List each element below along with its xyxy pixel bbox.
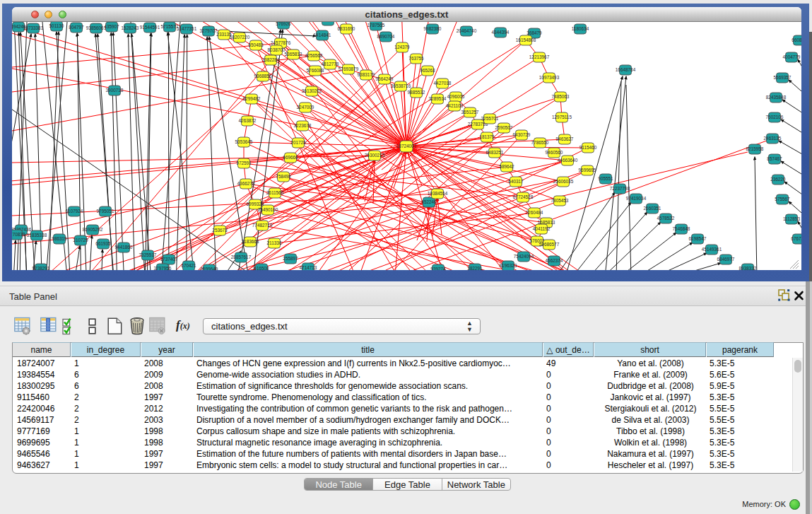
svg-text:650483: 650483 (248, 42, 264, 47)
svg-text:2611566: 2611566 (266, 190, 284, 195)
svg-text:253673: 253673 (212, 228, 228, 233)
svg-text:2463135: 2463135 (764, 136, 782, 141)
svg-text:3651257: 3651257 (461, 110, 479, 115)
svg-text:4366278: 4366278 (237, 181, 255, 186)
svg-text:9885532: 9885532 (408, 90, 425, 95)
svg-text:25490100: 25490100 (258, 207, 278, 212)
svg-text:12975115: 12975115 (552, 115, 572, 119)
svg-text:10973493: 10973493 (539, 75, 560, 80)
svg-text:589642: 589642 (499, 164, 514, 169)
svg-text:1180634: 1180634 (572, 26, 589, 31)
svg-text:67724528: 67724528 (513, 194, 534, 199)
svg-text:8490704: 8490704 (377, 34, 395, 39)
svg-text:640317: 640317 (508, 179, 524, 184)
svg-text:669666: 669666 (283, 155, 298, 160)
svg-text:68207220: 68207220 (230, 35, 250, 40)
svg-text:9115460: 9115460 (579, 145, 597, 150)
svg-text:2660351: 2660351 (644, 206, 661, 211)
svg-text:45149361: 45149361 (702, 247, 722, 252)
svg-text:9564249: 9564249 (376, 76, 394, 81)
svg-text:72237798: 72237798 (610, 186, 630, 191)
svg-text:93856061: 93856061 (86, 25, 107, 30)
svg-text:75424094: 75424094 (514, 254, 534, 259)
svg-text:9368856: 9368856 (254, 74, 272, 78)
svg-text:9463627: 9463627 (556, 136, 574, 141)
svg-text:8699649: 8699649 (201, 267, 218, 270)
svg-text:676730: 676730 (791, 236, 801, 241)
svg-text:8215958: 8215958 (746, 146, 764, 151)
svg-text:6846977: 6846977 (717, 257, 735, 262)
svg-text:181375: 181375 (479, 134, 495, 139)
svg-text:236220: 236220 (770, 177, 786, 182)
svg-text:4662374: 4662374 (546, 258, 563, 263)
svg-text:82435848: 82435848 (766, 95, 787, 100)
svg-text:7260484: 7260484 (526, 210, 543, 215)
svg-text:9383179: 9383179 (358, 72, 375, 77)
svg-text:44663640: 44663640 (558, 158, 578, 163)
svg-text:8938332: 8938332 (739, 266, 757, 270)
svg-text:4096005: 4096005 (447, 94, 465, 99)
svg-text:7546848: 7546848 (673, 226, 690, 231)
svg-text:57693879: 57693879 (339, 66, 359, 71)
svg-text:6430729: 6430729 (513, 132, 531, 137)
svg-text:3289514: 3289514 (429, 96, 447, 101)
svg-text:1414841: 1414841 (314, 33, 331, 37)
svg-text:9238291: 9238291 (33, 266, 50, 270)
svg-text:804797: 804797 (69, 25, 84, 30)
svg-text:3247009: 3247009 (297, 105, 314, 110)
svg-text:4427018: 4427018 (434, 81, 452, 86)
svg-text:4812778: 4812778 (322, 62, 339, 66)
svg-text:9441860: 9441860 (115, 245, 133, 250)
svg-text:7325517: 7325517 (139, 252, 157, 257)
svg-text:4421109: 4421109 (446, 103, 464, 108)
svg-text:7786550: 7786550 (531, 140, 549, 145)
svg-text:38733381: 38733381 (23, 25, 44, 30)
svg-text:660829: 660829 (792, 37, 801, 42)
svg-text:16648784: 16648784 (616, 67, 636, 72)
svg-text:77482719: 77482719 (252, 223, 273, 228)
svg-text:6299482: 6299482 (243, 96, 261, 101)
svg-text:6831690: 6831690 (338, 26, 355, 31)
svg-text:435907: 435907 (104, 24, 119, 29)
svg-text:41864497: 41864497 (318, 22, 339, 23)
svg-text:4004779: 4004779 (783, 54, 801, 59)
svg-text:382291: 382291 (467, 266, 483, 270)
svg-text:9460560: 9460560 (546, 150, 563, 155)
svg-text:7805453: 7805453 (551, 198, 569, 203)
svg-text:25606035: 25606035 (553, 179, 574, 184)
svg-text:1528243: 1528243 (122, 25, 139, 30)
svg-text:986319: 986319 (52, 236, 67, 241)
svg-text:5353645: 5353645 (235, 139, 253, 144)
svg-text:661935: 661935 (95, 241, 111, 246)
svg-text:616508: 616508 (254, 266, 269, 270)
svg-text:670421: 670421 (181, 263, 196, 268)
svg-text:972591: 972591 (236, 160, 252, 165)
svg-text:4263872: 4263872 (239, 118, 257, 123)
svg-text:4256568: 4256568 (305, 53, 323, 58)
svg-text:1787565: 1787565 (367, 23, 385, 28)
svg-text:5365813: 5365813 (285, 52, 302, 57)
svg-text:6198547: 6198547 (689, 236, 707, 241)
svg-text:24577876: 24577876 (271, 40, 291, 45)
svg-text:6999324: 6999324 (247, 201, 264, 206)
svg-text:9795051: 9795051 (97, 209, 114, 214)
svg-text:255897: 255897 (283, 256, 298, 261)
svg-text:51477351: 51477351 (177, 26, 197, 31)
svg-text:5569357: 5569357 (774, 75, 792, 80)
svg-text:1382284: 1382284 (262, 57, 280, 62)
svg-text:5766088: 5766088 (307, 68, 324, 73)
svg-text:310729: 310729 (73, 238, 88, 243)
svg-text:576926: 576926 (276, 22, 291, 26)
svg-text:905551: 905551 (598, 176, 613, 181)
svg-text:857467: 857467 (767, 156, 782, 161)
svg-text:965263: 965263 (420, 68, 435, 73)
svg-text:9699695: 9699695 (579, 168, 596, 173)
svg-text:19384554: 19384554 (428, 191, 448, 196)
svg-text:51835338: 51835338 (27, 233, 47, 238)
svg-text:9982380: 9982380 (424, 26, 442, 31)
svg-text:3900718: 3900718 (106, 88, 124, 93)
svg-text:20464740: 20464740 (457, 28, 477, 33)
svg-text:124379: 124379 (394, 45, 410, 49)
svg-text:9770838: 9770838 (12, 232, 25, 237)
svg-text:3255701: 3255701 (481, 116, 499, 121)
